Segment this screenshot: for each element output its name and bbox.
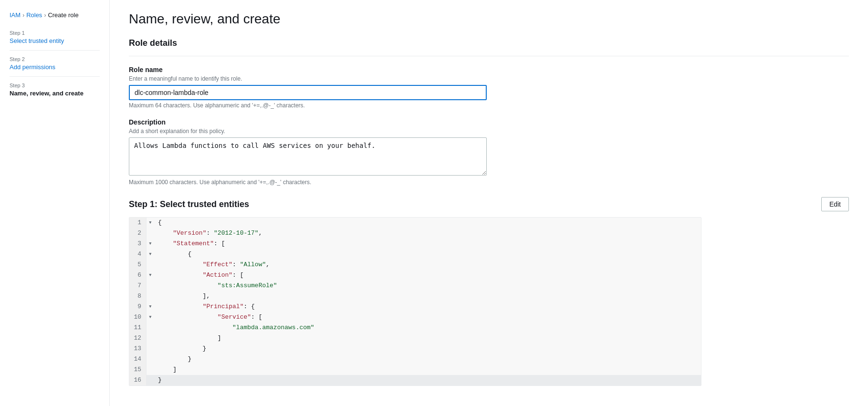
description-group: Description Add a short explanation for … [129, 118, 849, 186]
code-line-1: 1 ▾ { [129, 218, 701, 228]
line-content-6: "Action": [ [154, 270, 243, 281]
step-3-title: Name, review, and create [10, 90, 84, 97]
line-num-4: 4 [129, 249, 146, 260]
line-num-7: 7 [129, 281, 146, 291]
line-content-1: { [154, 218, 162, 228]
code-line-8: 8 ], [129, 291, 701, 302]
description-note: Maximum 1000 characters. Use alphanumeri… [129, 179, 849, 186]
code-line-5: 5 "Effect": "Allow", [129, 260, 701, 270]
line-num-8: 8 [129, 291, 146, 302]
role-name-label: Role name [129, 66, 849, 73]
line-arrow-6: ▾ [146, 270, 154, 281]
sidebar-divider-1 [10, 50, 100, 51]
line-num-6: 6 [129, 270, 146, 281]
line-num-10: 10 [129, 312, 146, 323]
code-line-11: 11 "lambda.amazonaws.com" [129, 323, 701, 333]
line-content-10: "Service": [ [154, 312, 262, 323]
breadcrumb-sep-2: › [44, 12, 46, 19]
line-num-2: 2 [129, 228, 146, 239]
line-content-14: } [154, 354, 191, 364]
line-content-9: "Principal": { [154, 302, 255, 312]
code-line-16: 16 } [129, 375, 701, 385]
sidebar: IAM › Roles › Create role Step 1 Select … [0, 0, 110, 406]
sidebar-step-3: Step 3 Name, review, and create [0, 79, 109, 101]
description-label: Description [129, 118, 849, 126]
line-content-2: "Version": "2012-10-17", [154, 228, 262, 239]
line-content-7: "sts:AssumeRole" [154, 281, 277, 291]
step-1-title[interactable]: Select trusted entity [10, 37, 64, 44]
line-content-8: ], [154, 291, 210, 302]
breadcrumb-iam[interactable]: IAM [10, 11, 21, 19]
breadcrumb-roles[interactable]: Roles [26, 11, 42, 19]
line-content-15: ] [154, 364, 177, 375]
code-line-7: 7 "sts:AssumeRole" [129, 281, 701, 291]
line-num-12: 12 [129, 333, 146, 344]
line-num-11: 11 [129, 323, 146, 333]
page-title: Name, review, and create [129, 11, 849, 27]
line-arrow-4: ▾ [146, 249, 154, 260]
line-arrow-1: ▾ [146, 218, 154, 228]
line-num-13: 13 [129, 344, 146, 354]
line-content-12: ] [154, 333, 221, 344]
line-arrow-3: ▾ [146, 239, 154, 249]
description-hint: Add a short explanation for this policy. [129, 128, 849, 135]
line-content-16: } [154, 375, 162, 385]
line-num-9: 9 [129, 302, 146, 312]
code-line-15: 15 ] [129, 364, 701, 375]
trusted-entities-title: Step 1: Select trusted entities [129, 199, 249, 209]
trusted-entities-header: Step 1: Select trusted entities Edit [129, 197, 849, 211]
role-details-divider [129, 56, 849, 56]
edit-button[interactable]: Edit [821, 197, 849, 211]
line-num-3: 3 [129, 239, 146, 249]
sidebar-step-2: Step 2 Add permissions [0, 52, 109, 74]
breadcrumb-sep-1: › [22, 12, 24, 19]
role-name-note: Maximum 64 characters. Use alphanumeric … [129, 102, 849, 109]
step-1-label: Step 1 [10, 30, 100, 36]
role-name-hint: Enter a meaningful name to identify this… [129, 75, 849, 82]
role-name-group: Role name Enter a meaningful name to ide… [129, 66, 849, 109]
code-line-6: 6 ▾ "Action": [ [129, 270, 701, 281]
line-content-3: "Statement": [ [154, 239, 225, 249]
code-line-9: 9 ▾ "Principal": { [129, 302, 701, 312]
line-content-5: "Effect": "Allow", [154, 260, 270, 270]
description-textarea[interactable]: Allows Lambda functions to call AWS serv… [129, 137, 487, 176]
code-line-3: 3 ▾ "Statement": [ [129, 239, 701, 249]
role-name-input[interactable] [129, 85, 487, 100]
sidebar-step-1: Step 1 Select trusted entity [0, 26, 109, 48]
role-details-heading: Role details [129, 38, 849, 48]
code-line-13: 13 } [129, 344, 701, 354]
step-2-title[interactable]: Add permissions [10, 63, 55, 71]
sidebar-divider-2 [10, 76, 100, 77]
code-line-14: 14 } [129, 354, 701, 364]
code-line-10: 10 ▾ "Service": [ [129, 312, 701, 323]
step-2-label: Step 2 [10, 56, 100, 62]
code-line-2: 2 "Version": "2012-10-17", [129, 228, 701, 239]
line-content-4: { [154, 249, 191, 260]
line-arrow-10: ▾ [146, 312, 154, 323]
line-num-5: 5 [129, 260, 146, 270]
policy-code-block: 1 ▾ { 2 "Version": "2012-10-17", 3 ▾ "St… [129, 217, 701, 386]
breadcrumb: IAM › Roles › Create role [0, 8, 109, 26]
breadcrumb-create-role: Create role [48, 11, 78, 19]
line-num-15: 15 [129, 364, 146, 375]
line-num-14: 14 [129, 354, 146, 364]
line-num-16: 16 [129, 375, 146, 385]
line-content-11: "lambda.amazonaws.com" [154, 323, 314, 333]
main-content: Name, review, and create Role details Ro… [110, 0, 868, 406]
line-arrow-9: ▾ [146, 302, 154, 312]
step-3-label: Step 3 [10, 83, 100, 88]
line-content-13: } [154, 344, 206, 354]
line-num-1: 1 [129, 218, 146, 228]
code-line-4: 4 ▾ { [129, 249, 701, 260]
code-line-12: 12 ] [129, 333, 701, 344]
